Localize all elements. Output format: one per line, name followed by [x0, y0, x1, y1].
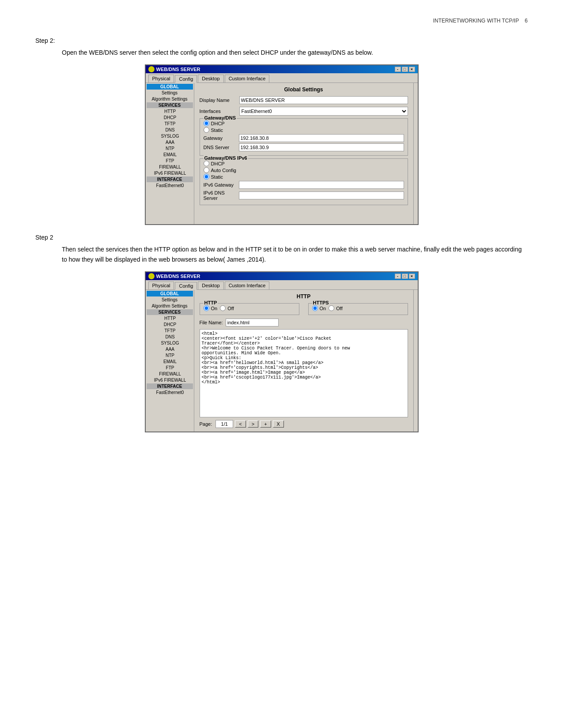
sidebar2-ntp[interactable]: NTP — [147, 353, 193, 358]
ipv6-dns-input[interactable] — [239, 191, 404, 199]
tab-config-2[interactable]: Config — [175, 282, 197, 290]
interfaces-row: Interfaces FastEthernet0 — [200, 107, 408, 116]
window-controls[interactable]: - □ × — [395, 67, 415, 72]
file-name-input[interactable] — [226, 319, 279, 326]
http-fieldset: HTTP On Off — [200, 303, 299, 315]
http-off-radio[interactable] — [220, 305, 226, 311]
dhcp-radio-row: DHCP — [204, 120, 404, 126]
sidebar2-email[interactable]: EMAIL — [147, 359, 193, 364]
sidebar2-syslog[interactable]: SYSLOG — [147, 340, 193, 346]
gateway-input[interactable] — [239, 134, 404, 142]
sidebar-syslog[interactable]: SYSLOG — [147, 133, 193, 139]
close-btn[interactable]: × — [409, 67, 415, 72]
next-btn[interactable]: > — [248, 420, 258, 428]
file-name-label: File Name: — [200, 320, 223, 325]
remove-btn[interactable]: X — [273, 420, 284, 428]
gateway-dns-legend: Gateway/DNS — [204, 115, 237, 120]
https-on-label: On — [320, 306, 326, 311]
page-container: INTERNETWORKING WITH TCP/IP 6 Step 2: Op… — [0, 0, 563, 459]
static-radio[interactable] — [204, 127, 209, 133]
dns-server-label: DNS Server — [204, 145, 239, 150]
tab-custom-interface-2[interactable]: Custom Interface — [225, 281, 270, 289]
auto-config-label: Auto Config — [211, 168, 236, 173]
minimize-btn-2[interactable]: - — [395, 274, 401, 279]
http-on-radio[interactable] — [204, 305, 209, 311]
sidebar2-aaa[interactable]: AAA — [147, 346, 193, 352]
http-col: HTTP On Off — [200, 303, 299, 315]
sidebar2-settings[interactable]: Settings — [147, 297, 193, 303]
code-area[interactable]: <html> <center><font size='+2' color='bl… — [200, 329, 408, 417]
sidebar2-ipv6-firewall[interactable]: IPv6 FIREWALL — [147, 377, 193, 383]
dhcp-ipv6-label: DHCP — [211, 161, 225, 166]
tab-config[interactable]: Config — [175, 75, 197, 83]
app-icon-2 — [148, 273, 155, 279]
window2-controls[interactable]: - □ × — [395, 274, 415, 279]
dhcp-radio[interactable] — [204, 120, 209, 126]
gateway-label: Gateway — [204, 135, 239, 141]
sidebar-fastethernet0[interactable]: FastEthernet0 — [147, 183, 193, 188]
dhcp-ipv6-row: DHCP — [204, 161, 404, 166]
http-legend: HTTP — [204, 300, 218, 305]
sidebar-global[interactable]: GLOBAL — [147, 84, 193, 90]
dns-server-input[interactable] — [239, 143, 404, 151]
sidebar-dhcp[interactable]: DHCP — [147, 115, 193, 120]
sidebar-dns[interactable]: DNS — [147, 127, 193, 133]
static-ipv6-radio[interactable] — [204, 174, 209, 180]
minimize-btn[interactable]: - — [395, 67, 401, 72]
sidebar2-services: SERVICES — [147, 309, 193, 315]
sidebar-tftp[interactable]: TFTP — [147, 121, 193, 127]
sidebar2-firewall[interactable]: FIREWALL — [147, 371, 193, 377]
tab-physical[interactable]: Physical — [148, 75, 174, 83]
sidebar-http[interactable]: HTTP — [147, 109, 193, 114]
sidebar2-dns[interactable]: DNS — [147, 334, 193, 340]
tab-desktop-2[interactable]: Desktop — [198, 281, 223, 289]
tab-desktop[interactable]: Desktop — [198, 75, 223, 83]
sidebar2-global[interactable]: GLOBAL — [147, 291, 193, 296]
display-name-input[interactable] — [239, 96, 408, 104]
sidebar-aaa[interactable]: AAA — [147, 139, 193, 145]
step2-text: Open the WEB/DNS server then select the … — [62, 48, 528, 57]
sidebar-ntp[interactable]: NTP — [147, 146, 193, 151]
sidebar-settings[interactable]: Settings — [147, 90, 193, 96]
sidebar-algorithm-settings[interactable]: Algorithm Settings — [147, 96, 193, 102]
titlebar-left: WEB/DNS SERVER — [148, 66, 200, 72]
ipv6-gateway-input[interactable] — [239, 181, 404, 189]
maximize-btn[interactable]: □ — [402, 67, 408, 72]
auto-config-radio[interactable] — [204, 167, 209, 173]
sidebar2-tftp[interactable]: TFTP — [147, 328, 193, 334]
gateway-dns-ipv6-legend: Gateway/DNS IPv6 — [204, 155, 248, 161]
window2-titlebar: WEB/DNS SERVER - □ × — [146, 272, 418, 280]
sidebar2-fastethernet0[interactable]: FastEthernet0 — [147, 390, 193, 395]
sidebar2-http[interactable]: HTTP — [147, 315, 193, 321]
page-label: Page: — [200, 421, 212, 427]
close-btn-2[interactable]: × — [409, 274, 415, 279]
tab-physical-2[interactable]: Physical — [148, 281, 174, 289]
sidebar-interface: INTERFACE — [147, 176, 193, 182]
sidebar-services: SERVICES — [147, 102, 193, 108]
https-fieldset: HTTPS On Off — [308, 303, 408, 315]
sidebar-ipv6-firewall[interactable]: IPv6 FIREWALL — [147, 170, 193, 176]
window1-main: Global Settings Display Name Interfaces … — [194, 83, 413, 224]
window2-title: WEB/DNS SERVER — [156, 274, 200, 279]
maximize-btn-2[interactable]: □ — [402, 274, 408, 279]
page-input[interactable] — [215, 420, 233, 428]
https-on-radio[interactable] — [312, 305, 318, 311]
sidebar2-ftp[interactable]: FTP — [147, 365, 193, 371]
sidebar2-dhcp[interactable]: DHCP — [147, 322, 193, 327]
sidebar-firewall[interactable]: FIREWALL — [147, 164, 193, 170]
sidebar-ftp[interactable]: FTP — [147, 158, 193, 164]
page-number: 6 — [525, 18, 528, 24]
prev-btn[interactable]: < — [235, 420, 246, 428]
gateway-dns-ipv6-box: Gateway/DNS IPv6 DHCP Auto Config Static — [200, 158, 408, 205]
tab-custom-interface[interactable]: Custom Interface — [225, 75, 270, 83]
interfaces-select[interactable]: FastEthernet0 — [239, 107, 408, 116]
ipv6-gateway-label: IPv6 Gateway — [204, 182, 239, 188]
add-btn[interactable]: + — [260, 420, 271, 428]
sidebar-email[interactable]: EMAIL — [147, 152, 193, 158]
https-off-radio[interactable] — [329, 305, 334, 311]
static-ipv6-label: Static — [211, 174, 223, 180]
app-icon — [148, 66, 155, 72]
sidebar2-algorithm-settings[interactable]: Algorithm Settings — [147, 303, 193, 309]
static-label: Static — [211, 128, 223, 133]
dhcp-ipv6-radio[interactable] — [204, 161, 209, 166]
